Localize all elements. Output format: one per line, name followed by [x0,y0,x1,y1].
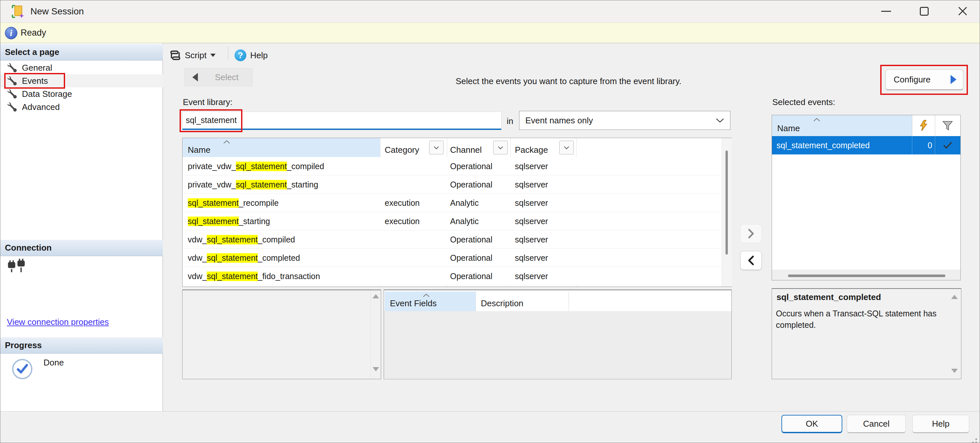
status-text: Ready [21,22,46,43]
window-title: New Session [30,0,84,22]
sort-ascending-icon [813,118,820,121]
event-description-panel: sql_statement_completed Occurs when a Tr… [772,288,961,379]
table-row[interactable]: sql_statement_recompile execution Analyt… [183,194,721,212]
event-package: sqlserver [515,249,548,267]
minimize-button[interactable] [871,1,901,21]
scroll-up-icon[interactable] [372,294,379,298]
scroll-up-icon[interactable] [951,295,958,299]
event-description-title: sql_statement_completed [776,292,881,302]
wrench-icon [8,102,17,112]
table-row[interactable]: vdw_sql_statement_fido_transaction Opera… [183,267,721,285]
lightning-bolt-icon [919,120,928,132]
event-package: sqlserver [515,175,548,194]
event-fields-pane: Event Fields Description [384,290,732,379]
search-match-highlight: sql_statement [236,180,287,190]
chevron-right-icon [951,75,956,84]
table-row[interactable]: sql_statement_starting execution Analyti… [183,212,721,230]
vertical-scrollbar[interactable] [722,138,732,287]
selected-column-header-filter[interactable] [935,115,960,136]
channel-filter-button[interactable] [493,141,508,155]
script-label: Script [185,50,207,61]
resize-grip-icon[interactable] [975,438,977,440]
event-library-search-input[interactable] [182,112,501,130]
column-header-event-fields[interactable]: Event Fields [385,292,476,311]
table-row[interactable]: vdw_sql_statement_compiled Operational s… [183,230,721,249]
scrollbar-thumb[interactable] [725,150,728,255]
event-name: _fido_transaction [258,272,320,281]
event-library-label: Event library: [183,97,232,107]
help-toolbar-button[interactable]: Help [234,47,267,64]
sidebar-item-general[interactable]: General [0,61,163,74]
column-header-label: Name [777,123,800,134]
info-icon [5,27,18,39]
event-name: vdw_ [188,272,207,281]
search-scope-dropdown[interactable]: Event names only [519,111,730,130]
sidebar-item-events[interactable]: Events [0,74,163,88]
select-back-label: Select [215,72,239,83]
close-button[interactable] [948,1,978,21]
event-library-table: Name Category Channel Package [182,138,732,287]
add-event-button[interactable] [740,224,762,243]
status-bar [0,22,980,43]
selected-events-table: Name sql_statement_completed 0 [772,115,961,280]
search-scope-value: Event names only [525,115,593,126]
help-label: Help [250,50,267,61]
event-channel: Operational [450,230,492,249]
scrollbar-thumb[interactable] [788,274,945,277]
new-session-dialog: New Session Ready Select a page General … [0,0,980,443]
selected-event-action-count: 0 [912,136,932,155]
horizontal-scrollbar[interactable] [772,269,960,280]
table-row[interactable]: private_vdw_sql_statement_compiled Opera… [183,157,721,175]
wrench-icon [8,89,17,99]
event-package: sqlserver [515,212,548,230]
wizard-instruction: Select the events you want to capture fr… [456,76,691,86]
column-header-label: Description [481,298,523,309]
event-name: _starting [239,217,270,226]
vertical-scrollbar[interactable] [370,290,381,379]
event-description-text: Occurs when a Transact-SQL statement has… [776,308,946,331]
column-header-label: Package [515,145,548,155]
maximize-icon [920,7,929,16]
view-connection-properties-link[interactable]: View connection properties [7,317,109,327]
configure-button[interactable]: Configure [886,69,963,90]
chevron-left-icon [747,255,755,266]
column-header-name[interactable]: Name [183,138,380,157]
selected-event-row[interactable]: sql_statement_completed 0 [772,136,960,155]
select-back-button[interactable]: Select [184,68,253,86]
column-header-channel[interactable]: Channel [450,138,482,157]
event-name: _starting [287,180,318,190]
event-category: execution [385,194,420,212]
selected-column-header-actions[interactable] [912,115,935,136]
event-name: _compiled [258,235,295,244]
event-name: private_vdw_ [188,180,236,190]
table-row[interactable]: private_vdw_sql_statement_starting Opera… [183,175,721,194]
cancel-button[interactable]: Cancel [847,415,906,433]
event-channel: Analytic [450,194,479,212]
scroll-down-icon[interactable] [951,369,958,373]
help-label: Help [932,419,949,429]
sidebar-item-label: Data Storage [22,89,72,99]
selected-column-header-name[interactable]: Name [772,115,912,136]
remove-event-button[interactable] [740,251,762,270]
maximize-button[interactable] [909,1,939,21]
search-match-highlight: sql_statement [207,253,258,263]
sidebar-item-data-storage[interactable]: Data Storage [0,88,163,100]
column-separator [476,292,476,311]
title-bar: New Session [0,0,980,22]
script-dropdown-icon [210,54,216,57]
search-match-highlight: sql_statement [188,217,239,226]
scroll-down-icon[interactable] [372,367,379,371]
column-header-category[interactable]: Category [385,138,419,157]
sidebar-item-advanced[interactable]: Advanced [0,100,163,113]
column-header-package[interactable]: Package [515,138,548,157]
progress-done-icon [12,359,32,379]
event-channel: Operational [450,175,492,194]
help-button[interactable]: Help [912,415,969,433]
package-filter-button[interactable] [559,141,574,155]
close-icon [958,6,968,16]
column-header-description[interactable]: Description [476,292,568,311]
table-row[interactable]: vdw_sql_statement_completed Operational … [183,249,721,267]
ok-button[interactable]: OK [781,415,842,433]
script-button[interactable]: Script [169,47,216,64]
category-filter-button[interactable] [429,141,444,155]
